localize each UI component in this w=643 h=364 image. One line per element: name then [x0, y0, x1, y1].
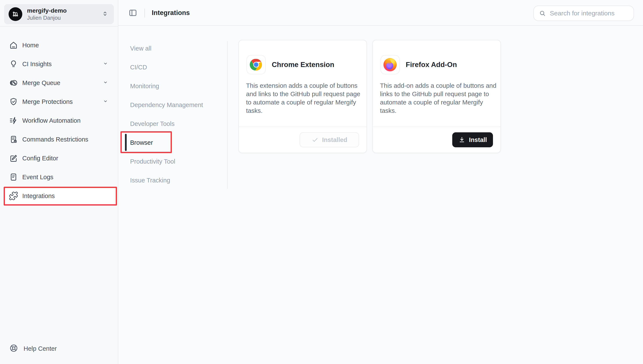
- category-browser[interactable]: Browser: [130, 133, 220, 152]
- sidebar-item-ci-insights[interactable]: CI Insights: [4, 54, 114, 74]
- help-center-label: Help Center: [24, 345, 57, 352]
- sidebar-item-home[interactable]: Home: [4, 36, 114, 54]
- puzzle-icon: [9, 191, 19, 201]
- document-lines-icon: [9, 172, 19, 182]
- search-icon: [539, 9, 546, 17]
- chrome-logo-icon: [246, 55, 266, 74]
- category-dependency-management[interactable]: Dependency Management: [130, 96, 220, 114]
- merge-queue-icon: [9, 78, 19, 88]
- org-meta: mergify-demo Julien Danjou: [27, 7, 67, 21]
- installed-button-label: Installed: [322, 136, 348, 144]
- sidebar-separator: [0, 26, 118, 26]
- sidebar-item-event-logs[interactable]: Event Logs: [4, 168, 114, 186]
- sidebar-item-merge-protections[interactable]: Merge Protections: [4, 92, 114, 111]
- active-category-indicator: [125, 134, 127, 151]
- help-center-link[interactable]: Help Center: [9, 342, 57, 355]
- org-name: mergify-demo: [27, 7, 67, 14]
- lightbulb-icon: [9, 59, 19, 69]
- category-list: View all CI/CD Monitoring Dependency Man…: [130, 39, 220, 190]
- sidebar-item-label: Merge Protections: [22, 98, 73, 105]
- mergify-logo-avatar: [9, 7, 22, 21]
- sidebar-item-merge-queue[interactable]: Merge Queue: [4, 74, 114, 92]
- card-footer: Installed: [239, 126, 367, 153]
- edit-square-icon: [9, 153, 19, 163]
- sidebar-item-config-editor[interactable]: Config Editor: [4, 149, 114, 168]
- check-icon: [311, 136, 319, 144]
- chevron-down-icon: [102, 60, 109, 68]
- chevron-down-icon: [102, 98, 109, 105]
- sidebar-item-label: Workflow Automation: [22, 117, 81, 124]
- category-monitoring[interactable]: Monitoring: [130, 77, 220, 96]
- category-view-all[interactable]: View all: [130, 39, 220, 58]
- sidebar-item-commands-restrictions[interactable]: Commands Restrictions: [4, 130, 114, 149]
- page-header: Integrations: [118, 0, 643, 26]
- org-switcher[interactable]: mergify-demo Julien Danjou: [4, 4, 114, 24]
- category-divider: [227, 41, 228, 189]
- document-lock-icon: [9, 134, 19, 144]
- home-icon: [9, 40, 19, 50]
- page-title: Integrations: [152, 0, 190, 26]
- sidebar-toggle-button[interactable]: [128, 8, 138, 18]
- integration-card-chrome: Chrome Extension This extension adds a c…: [238, 40, 367, 153]
- automation-bolt-icon: [9, 116, 19, 126]
- sidebar-item-label: Home: [22, 42, 39, 49]
- sidebar-nav: Home CI Insights: [4, 36, 114, 205]
- sidebar-item-label: Integrations: [22, 192, 55, 200]
- sidebar-item-label: Config Editor: [22, 155, 58, 162]
- installed-button[interactable]: Installed: [300, 132, 359, 147]
- search-box: [533, 6, 634, 21]
- sidebar-item-label: CI Insights: [22, 60, 52, 68]
- card-footer: Install: [373, 126, 500, 153]
- sidebar-item-label: Merge Queue: [22, 80, 60, 86]
- firefox-logo-icon: [381, 55, 400, 74]
- card-description: This add-on adds a couple of buttons and…: [380, 81, 497, 115]
- install-button[interactable]: Install: [452, 132, 493, 147]
- chevron-up-down-icon: [101, 10, 109, 18]
- sidebar-item-label: Commands Restrictions: [22, 136, 88, 143]
- install-button-label: Install: [469, 136, 487, 144]
- sidebar-item-workflow-automation[interactable]: Workflow Automation: [4, 111, 114, 130]
- card-title: Firefox Add-On: [406, 55, 457, 74]
- sidebar: mergify-demo Julien Danjou Home: [0, 0, 118, 364]
- sidebar-item-integrations[interactable]: Integrations: [4, 186, 114, 205]
- download-icon: [458, 136, 466, 144]
- card-description: This extension adds a couple of buttons …: [246, 81, 363, 115]
- category-issue-tracking[interactable]: Issue Tracking: [130, 171, 220, 190]
- sidebar-item-label: Event Logs: [22, 174, 53, 181]
- lifebuoy-icon: [9, 344, 19, 354]
- card-title: Chrome Extension: [272, 55, 334, 74]
- category-productivity-tool[interactable]: Productivity Tool: [130, 152, 220, 171]
- mergify-dashboard: mergify-demo Julien Danjou Home: [0, 0, 643, 364]
- chevron-down-icon: [102, 79, 109, 86]
- search-input[interactable]: [550, 10, 628, 17]
- integration-card-firefox: Firefox Add-On This add-on adds a couple…: [372, 40, 501, 153]
- category-cicd[interactable]: CI/CD: [130, 58, 220, 77]
- header-divider: [144, 8, 145, 18]
- category-developer-tools[interactable]: Developer Tools: [130, 114, 220, 133]
- shield-check-icon: [9, 97, 19, 107]
- org-user: Julien Danjou: [27, 14, 67, 21]
